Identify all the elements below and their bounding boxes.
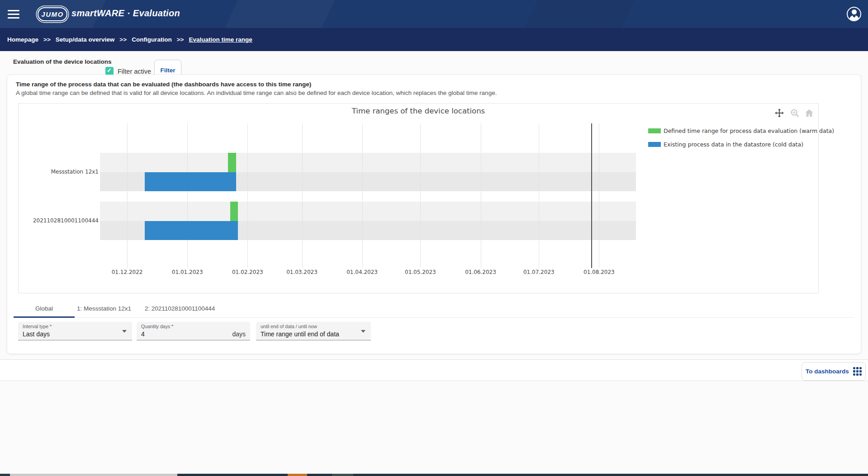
row-band-upper bbox=[100, 202, 636, 221]
cold-data-bar bbox=[145, 172, 236, 192]
x-gridline bbox=[127, 123, 128, 268]
bottom-edge-strip bbox=[0, 474, 868, 476]
to-dashboards-label: To dashboards bbox=[806, 368, 849, 375]
warm-data-bar bbox=[230, 202, 238, 221]
strip-segment bbox=[332, 474, 353, 476]
until-end-value: Time range until end of data bbox=[261, 330, 339, 338]
current-date-line bbox=[591, 123, 592, 268]
breadcrumb-setup-data-overview[interactable]: Setup/data overview bbox=[56, 36, 115, 43]
strip-segment bbox=[10, 474, 177, 476]
legend-item-warm[interactable]: Defined time range for process data eval… bbox=[648, 127, 834, 134]
interval-type-label: Interval type * bbox=[23, 324, 52, 329]
x-tick-label: 01.05.2023 bbox=[400, 269, 441, 275]
strip-segment bbox=[0, 474, 10, 476]
strip-segment bbox=[353, 474, 868, 476]
tab-global[interactable]: Global bbox=[14, 299, 75, 317]
quantity-days-value: 4 bbox=[141, 330, 145, 338]
y-category-label: 2021102810001100444 bbox=[33, 217, 99, 224]
x-gridline bbox=[420, 123, 421, 268]
filter-active-checkbox[interactable] bbox=[105, 67, 114, 75]
dashboard-grid-icon bbox=[853, 367, 862, 376]
breadcrumb-separator: >> bbox=[177, 36, 184, 43]
active-tab-indicator bbox=[14, 316, 75, 318]
legend-swatch-warm bbox=[648, 128, 661, 133]
strip-segment bbox=[288, 474, 307, 476]
y-category-label: Messstation 12x1 bbox=[51, 169, 99, 175]
filter-active-label: Filter active bbox=[118, 68, 151, 75]
home-icon[interactable] bbox=[804, 108, 814, 118]
warm-data-bar bbox=[228, 153, 236, 172]
x-gridline bbox=[302, 123, 303, 268]
interval-type-value: Last days bbox=[23, 330, 50, 338]
jumo-logo: JUMO bbox=[38, 7, 67, 21]
quantity-days-label: Quantity days * bbox=[141, 324, 173, 329]
x-gridline bbox=[599, 123, 599, 268]
x-tick-label: 01.07.2023 bbox=[518, 269, 559, 275]
breadcrumb-configuration[interactable]: Configuration bbox=[132, 36, 171, 43]
x-tick-label: 01.12.2022 bbox=[107, 269, 147, 275]
breadcrumb-bar: Homepage >> Setup/data overview >> Confi… bbox=[0, 28, 868, 51]
x-gridline bbox=[362, 123, 363, 268]
x-tick-label: 01.04.2023 bbox=[342, 269, 383, 275]
section-title: Evaluation of the device locations bbox=[13, 58, 112, 65]
chevron-down-icon[interactable] bbox=[361, 330, 365, 333]
quantity-days-input[interactable]: Quantity days * 4 days bbox=[137, 322, 250, 340]
tab-2021102810001100444[interactable]: 2: 2021102810001100444 bbox=[133, 299, 226, 317]
jumo-logo-text: JUMO bbox=[41, 10, 63, 18]
to-dashboards-button[interactable]: To dashboards bbox=[802, 362, 866, 381]
until-end-label: until end of data / until now bbox=[261, 324, 317, 329]
breadcrumb-homepage[interactable]: Homepage bbox=[7, 36, 38, 43]
row-band-upper bbox=[100, 153, 636, 172]
breadcrumb: Homepage >> Setup/data overview >> Confi… bbox=[0, 36, 252, 43]
app-title: smartWARE · Evaluation bbox=[71, 8, 180, 19]
app-bar: JUMO smartWARE · Evaluation bbox=[0, 0, 868, 28]
x-gridline bbox=[187, 123, 188, 268]
strip-segment bbox=[177, 474, 288, 476]
chevron-down-icon[interactable] bbox=[122, 330, 127, 333]
tabs-divider bbox=[14, 317, 854, 318]
legend-item-cold[interactable]: Existing process data in the datastore (… bbox=[648, 141, 803, 148]
cold-data-bar bbox=[145, 221, 238, 240]
quantity-days-suffix: days bbox=[232, 330, 246, 338]
legend-swatch-cold bbox=[648, 142, 661, 147]
legend-label-warm: Defined time range for process data eval… bbox=[664, 127, 834, 134]
x-tick-label: 01.06.2023 bbox=[460, 269, 501, 275]
strip-segment bbox=[307, 474, 332, 476]
x-tick-label: 01.08.2023 bbox=[579, 269, 619, 275]
zoom-icon[interactable] bbox=[790, 108, 800, 118]
breadcrumb-separator: >> bbox=[43, 36, 51, 43]
page: JUMO smartWARE · Evaluation Homepage >> … bbox=[0, 0, 868, 476]
interval-type-select[interactable]: Interval type * Last days bbox=[18, 322, 132, 340]
x-gridline bbox=[539, 123, 539, 268]
chart-title: Time ranges of the device locations bbox=[18, 107, 819, 115]
time-range-tabs: Global 1: Messstation 12x1 2: 2021102810… bbox=[14, 299, 226, 317]
pan-icon[interactable] bbox=[774, 108, 784, 118]
x-tick-label: 01.02.2023 bbox=[227, 269, 268, 275]
user-avatar-icon[interactable] bbox=[847, 7, 861, 21]
hamburger-menu-icon[interactable] bbox=[8, 10, 19, 19]
breadcrumb-separator: >> bbox=[119, 36, 127, 43]
footer-bar bbox=[0, 359, 868, 381]
breadcrumb-evaluation-time-range[interactable]: Evaluation time range bbox=[189, 36, 252, 43]
x-gridline bbox=[481, 123, 481, 268]
card-subtitle: A global time range can be defined that … bbox=[16, 90, 497, 96]
x-gridline bbox=[247, 123, 248, 268]
legend-label-cold: Existing process data in the datastore (… bbox=[664, 141, 803, 148]
until-end-select[interactable]: until end of data / until now Time range… bbox=[256, 322, 371, 340]
x-tick-label: 01.01.2023 bbox=[167, 269, 208, 275]
card-title: Time range of the process data that can … bbox=[16, 81, 311, 88]
x-tick-label: 01.03.2023 bbox=[282, 269, 323, 275]
tab-messstation-12x1[interactable]: 1: Messstation 12x1 bbox=[75, 299, 133, 317]
